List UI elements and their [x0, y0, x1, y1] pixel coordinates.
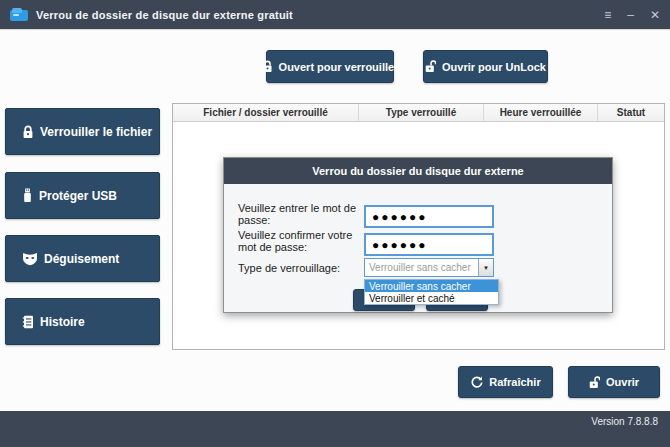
- close-icon[interactable]: ✕: [650, 9, 660, 21]
- confirm-password-field[interactable]: ●●●●●●: [364, 233, 494, 256]
- lock-open-to-lock-button[interactable]: Ouvert pour verrouiller: [266, 50, 394, 83]
- column-header-type[interactable]: Type verrouillé: [359, 104, 484, 121]
- sidebar-item-disguise[interactable]: Déguisement: [5, 235, 160, 282]
- open-unlock-button[interactable]: Ouvrir: [568, 366, 660, 398]
- sidebar-item-history[interactable]: Histoire: [5, 298, 160, 345]
- lock-dialog: Verrou du dossier du disque dur externe …: [223, 157, 613, 313]
- lock-type-label: Type de verrouillage:: [238, 262, 360, 274]
- column-header-time[interactable]: Heure verrouillée: [484, 104, 598, 121]
- lock-open-icon: [589, 376, 600, 389]
- history-icon: [22, 315, 34, 329]
- column-header-file[interactable]: Fichier / dossier verrouillé: [173, 104, 359, 121]
- lock-closed-icon: [262, 60, 273, 73]
- lock-type-dropdown: Verrouiller sans cacher Verrouiller et c…: [364, 279, 499, 305]
- sidebar-item-lock-file[interactable]: Verrouiller le fichier: [5, 108, 160, 155]
- password-field[interactable]: ●●●●●●: [364, 205, 494, 228]
- dropdown-option-lock-and-hide[interactable]: Verrouiller et caché: [365, 292, 498, 304]
- sidebar-item-protect-usb[interactable]: Protéger USB: [5, 172, 160, 219]
- app-window: Verrou de dossier de disque dur externe …: [0, 0, 670, 447]
- menu-icon[interactable]: ≡: [604, 9, 611, 21]
- refresh-button-label: Rafraîchir: [489, 376, 540, 388]
- dropdown-option-lock-without-hide[interactable]: Verrouiller sans cacher: [365, 280, 498, 292]
- dialog-title: Verrou du dossier du disque dur externe: [224, 158, 612, 184]
- refresh-button[interactable]: Rafraîchir: [458, 366, 553, 398]
- lock-button-label: Ouvert pour verrouiller: [279, 61, 399, 73]
- open-to-unlock-button[interactable]: Ouvrir pour UnLock: [423, 50, 548, 83]
- app-logo-icon: [10, 8, 28, 22]
- lock-type-selected-value: Verrouiller sans cacher: [365, 262, 478, 273]
- titlebar: Verrou de dossier de disque dur externe …: [0, 0, 670, 30]
- usb-icon: [22, 188, 33, 203]
- lock-open-icon: [425, 60, 436, 73]
- unlock-button-label: Ouvrir pour UnLock: [442, 61, 546, 73]
- sidebar-item-label: Déguisement: [44, 252, 119, 266]
- column-header-status[interactable]: Statut: [598, 104, 664, 121]
- confirm-password-label: Veuillez confirmer votre mot de passe:: [238, 229, 360, 253]
- open-button-label: Ouvrir: [606, 376, 639, 388]
- sidebar-item-label: Verrouiller le fichier: [40, 125, 152, 139]
- sidebar-item-label: Protéger USB: [39, 189, 117, 203]
- minimize-icon[interactable]: –: [627, 9, 634, 21]
- lock-icon: [22, 125, 34, 139]
- window-title: Verrou de dossier de disque dur externe …: [36, 9, 293, 21]
- refresh-icon: [470, 376, 483, 389]
- password-label: Veuillez entrer le mot de passe:: [238, 202, 360, 226]
- lock-type-select[interactable]: Verrouiller sans cacher ▼: [364, 258, 494, 277]
- table-header: Fichier / dossier verrouillé Type verrou…: [173, 104, 664, 122]
- sidebar-item-label: Histoire: [40, 315, 85, 329]
- version-text: Version 7.8.8.8: [591, 416, 658, 447]
- status-bar: Version 7.8.8.8: [0, 411, 670, 447]
- chevron-down-icon[interactable]: ▼: [478, 259, 493, 276]
- mask-icon: [22, 252, 38, 266]
